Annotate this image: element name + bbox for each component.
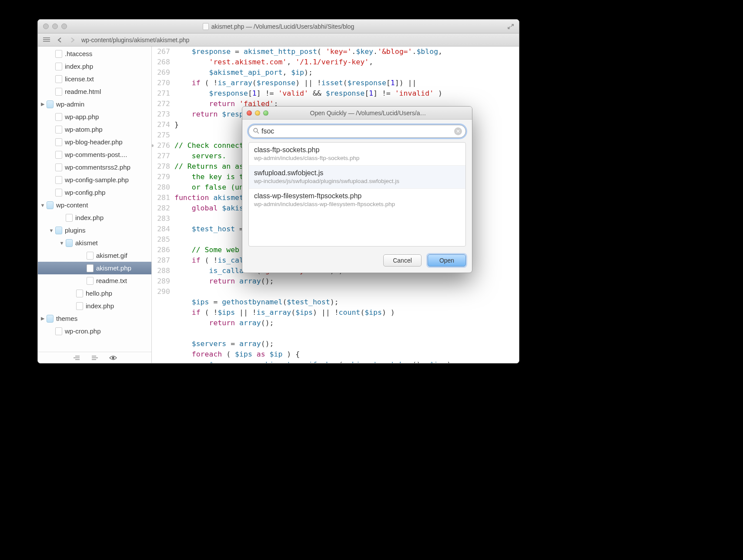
file-tree-item[interactable]: wp-app.php xyxy=(38,110,151,123)
titlebar[interactable]: akismet.php — /Volumes/Lucid/Users/abhi/… xyxy=(38,20,519,33)
file-tree-item[interactable]: hello.php xyxy=(38,287,151,300)
file-tree-item[interactable]: ▼akismet xyxy=(38,237,151,249)
file-icon xyxy=(76,302,83,310)
code-editor[interactable]: 2672682692702712722732742752762772782792… xyxy=(152,47,519,363)
file-tree-label: index.php xyxy=(65,63,93,70)
folder-icon xyxy=(55,227,62,234)
file-tree-label: akismet xyxy=(75,239,98,247)
file-icon xyxy=(55,176,62,184)
folder-icon xyxy=(47,100,54,108)
file-tree-label: wp-atom.php xyxy=(65,126,103,133)
file-tree-item[interactable]: akismet.gif xyxy=(38,249,151,262)
file-tree-item[interactable]: index.php xyxy=(38,60,151,73)
folder-icon xyxy=(47,315,54,323)
file-tree-item[interactable]: wp-comments-post.... xyxy=(38,148,151,161)
file-tree-label: index.php xyxy=(75,214,104,221)
file-icon xyxy=(55,63,62,70)
file-tree-item[interactable]: akismet.php xyxy=(38,262,151,274)
file-tree-item[interactable]: wp-commentsrss2.php xyxy=(38,161,151,173)
file-tree-label: wp-admin xyxy=(56,100,84,108)
file-tree-label: wp-blog-header.php xyxy=(65,138,123,146)
file-icon xyxy=(66,214,73,222)
disclosure-icon[interactable]: ▼ xyxy=(59,240,65,246)
file-icon xyxy=(87,277,94,285)
folder-icon xyxy=(66,239,73,247)
code-content[interactable]: $response = akismet_http_post( 'key='.$k… xyxy=(174,47,519,363)
file-tree-item[interactable]: readme.html xyxy=(38,85,151,98)
file-tree-label: .htaccess xyxy=(65,50,92,57)
minimize-icon[interactable] xyxy=(52,23,58,29)
file-tree-item[interactable]: ▶wp-admin xyxy=(38,98,151,110)
file-icon xyxy=(55,151,62,159)
file-tree-item[interactable]: index.php xyxy=(38,300,151,312)
file-tree-label: wp-cron.php xyxy=(65,327,101,335)
file-tree-label: index.php xyxy=(86,302,114,310)
disclosure-icon[interactable]: ▶ xyxy=(40,316,46,321)
file-tree-label: wp-config.php xyxy=(65,189,105,196)
file-tree-label: license.txt xyxy=(65,75,94,83)
file-tree-label: readme.html xyxy=(65,88,101,95)
breadcrumb[interactable]: wp-content/plugins/akismet/akismet.php xyxy=(81,37,189,43)
close-icon[interactable] xyxy=(43,23,49,29)
nav-forward-icon[interactable] xyxy=(68,36,77,44)
toolbar: wp-content/plugins/akismet/akismet.php xyxy=(38,33,519,47)
disclosure-icon[interactable]: ▼ xyxy=(48,228,54,233)
svg-point-0 xyxy=(112,357,114,359)
file-tree-label: wp-config-sample.php xyxy=(65,176,129,183)
file-tree-label: readme.txt xyxy=(96,277,127,284)
file-tree-label: wp-content xyxy=(56,201,88,209)
file-tree-item[interactable]: ▼plugins xyxy=(38,224,151,237)
outline-icon[interactable] xyxy=(42,36,51,44)
file-icon xyxy=(55,75,62,83)
file-tree-item[interactable]: wp-blog-header.php xyxy=(38,136,151,148)
file-icon xyxy=(87,252,94,260)
document-icon xyxy=(203,23,209,30)
file-tree-label: akismet.php xyxy=(96,264,131,272)
file-tree-label: hello.php xyxy=(86,290,112,297)
file-tree-label: akismet.gif xyxy=(96,252,127,259)
folder-icon xyxy=(47,201,54,209)
file-tree-label: plugins xyxy=(65,227,86,234)
fullscreen-icon[interactable] xyxy=(507,23,515,30)
file-tree-item[interactable]: license.txt xyxy=(38,73,151,85)
sidebar-footer xyxy=(38,352,151,363)
file-icon xyxy=(55,189,62,197)
indent-right-icon[interactable] xyxy=(91,355,99,361)
file-icon xyxy=(55,126,62,133)
zoom-icon[interactable] xyxy=(61,23,67,29)
disclosure-icon[interactable]: ▼ xyxy=(40,203,46,208)
file-icon xyxy=(55,327,62,335)
file-icon xyxy=(55,88,62,96)
file-tree-item[interactable]: wp-cron.php xyxy=(38,325,151,337)
file-tree-item[interactable]: wp-config.php xyxy=(38,186,151,199)
line-gutter: 2672682692702712722732742752762772782792… xyxy=(152,47,174,363)
file-tree-item[interactable]: wp-config-sample.php xyxy=(38,173,151,186)
file-tree-item[interactable]: index.php xyxy=(38,211,151,224)
file-icon xyxy=(55,138,62,146)
file-tree-item[interactable]: ▶themes xyxy=(38,312,151,325)
file-tree-item[interactable]: ▼wp-content xyxy=(38,199,151,211)
file-icon xyxy=(87,264,94,272)
file-tree-item[interactable]: .htaccess xyxy=(38,47,151,60)
file-tree-label: wp-comments-post.... xyxy=(65,151,127,158)
file-icon xyxy=(76,290,83,297)
disclosure-icon[interactable]: ▶ xyxy=(40,101,46,107)
file-browser-sidebar: .htaccessindex.phplicense.txtreadme.html… xyxy=(38,47,152,363)
indent-left-icon[interactable] xyxy=(73,355,80,361)
window-title: akismet.php — /Volumes/Lucid/Users/abhi/… xyxy=(211,23,354,30)
file-tree-label: wp-app.php xyxy=(65,113,99,120)
file-tree-label: themes xyxy=(56,315,77,322)
nav-back-icon[interactable] xyxy=(55,36,64,44)
file-icon xyxy=(55,163,62,171)
editor-window: akismet.php — /Volumes/Lucid/Users/abhi/… xyxy=(37,19,519,363)
file-tree-label: wp-commentsrss2.php xyxy=(65,163,131,171)
file-icon xyxy=(55,50,62,58)
file-tree-item[interactable]: wp-atom.php xyxy=(38,123,151,136)
preview-eye-icon[interactable] xyxy=(109,355,117,361)
file-icon xyxy=(55,113,62,121)
file-tree-item[interactable]: readme.txt xyxy=(38,274,151,287)
